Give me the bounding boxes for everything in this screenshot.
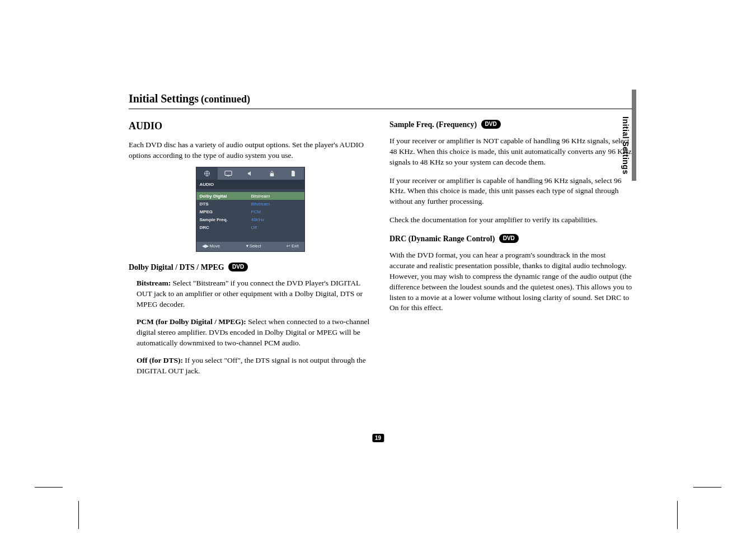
osd-value: 48KHz: [251, 217, 265, 223]
osd-row-mpeg: MPEG PCM: [196, 208, 304, 216]
osd-tab-lock: [261, 167, 283, 180]
audio-intro: Each DVD disc has a variety of audio out…: [129, 140, 372, 161]
osd-value: Bitstream: [251, 201, 270, 207]
osd-footer-exit: ↩ Exit: [287, 243, 299, 250]
page-icon: [290, 170, 296, 177]
osd-tabs: [196, 167, 304, 180]
osd-footer-move: ◀▶ Move: [202, 243, 220, 250]
audio-heading: AUDIO: [129, 119, 372, 133]
label-bitstream: Bitstream:: [137, 279, 171, 287]
dvd-badge: DVD: [228, 263, 248, 271]
subheading-dolby-dts-mpeg: Dolby Digital / DTS / MPEG DVD: [129, 262, 372, 273]
section-title-row: Initial Settings (continued): [129, 92, 632, 109]
text-bitstream: Select "Bitstream" if you connect the DV…: [137, 279, 363, 308]
subheading-text: Sample Freq. (Frequency): [389, 120, 477, 129]
para-pcm: PCM (for Dolby Digital / MPEG): Select w…: [137, 317, 372, 349]
osd-tab-language: [196, 167, 218, 180]
osd-tab-audio: [240, 167, 261, 180]
page-number: 19: [372, 434, 384, 442]
osd-label: MPEG: [200, 209, 251, 215]
dvd-badge: DVD: [481, 120, 501, 129]
osd-value: Off: [251, 224, 257, 231]
osd-tab-other: [283, 167, 304, 180]
osd-row-dolby: Dolby Digital Bitstream: [196, 192, 304, 200]
osd-row-dts: DTS Bitstream: [196, 200, 304, 208]
display-icon: [224, 171, 232, 176]
osd-label: DRC: [200, 224, 251, 231]
osd-label: Dolby Digital: [200, 193, 251, 199]
para-bitstream: Bitstream: Select "Bitstream" if you con…: [137, 278, 372, 310]
svg-rect-2: [228, 176, 229, 176]
osd-items: Dolby Digital Bitstream DTS Bitstream MP…: [196, 189, 304, 242]
lock-icon: [269, 170, 275, 177]
subheading-sample-freq: Sample Freq. (Frequency) DVD: [389, 119, 632, 130]
osd-row-sample: Sample Freq. 48KHz: [196, 216, 304, 224]
osd-footer-select: ▼Select: [245, 243, 261, 250]
right-column: Sample Freq. (Frequency) DVD If your rec…: [389, 119, 632, 383]
osd-row-drc: DRC Off: [196, 224, 304, 232]
osd-audio-panel: AUDIO Dolby Digital Bitstream DTS Bitstr…: [196, 167, 305, 252]
label-pcm: PCM (for Dolby Digital / MPEG):: [137, 317, 246, 326]
osd-value: PCM: [251, 209, 261, 215]
para-sf-48: If your receiver or amplifier is NOT cap…: [389, 136, 632, 168]
para-off-dts: Off (for DTS): If you select "Off", the …: [137, 355, 372, 377]
page-edge-bar: [632, 90, 636, 181]
osd-value: Bitstream: [251, 193, 270, 199]
para-drc: With the DVD format, you can hear a prog…: [389, 250, 632, 313]
osd-panel-title: AUDIO: [196, 180, 304, 189]
crop-mark: [677, 501, 678, 529]
osd-tab-display: [218, 167, 240, 180]
globe-icon: [204, 170, 210, 177]
section-title: Initial Settings: [129, 92, 199, 105]
page-content: Initial Settings (continued) AUDIO Each …: [129, 92, 632, 383]
svg-rect-1: [225, 171, 232, 176]
crop-mark: [35, 487, 63, 488]
subheading-text: DRC (Dynamic Range Control): [389, 235, 495, 243]
left-column: AUDIO Each DVD disc has a variety of aud…: [129, 119, 372, 383]
dvd-badge: DVD: [499, 234, 519, 243]
osd-label: Sample Freq.: [200, 217, 251, 223]
para-sf-96: If your receiver or amplifier is capable…: [389, 176, 632, 208]
svg-rect-3: [270, 173, 274, 176]
crop-mark: [693, 487, 721, 488]
para-sf-check: Check the documentation for your amplifi…: [389, 215, 632, 226]
label-off-dts: Off (for DTS):: [137, 356, 183, 364]
speaker-icon: [247, 170, 253, 177]
subheading-text: Dolby Digital / DTS / MPEG: [129, 263, 224, 271]
section-continued: (continued): [201, 93, 250, 105]
subheading-drc: DRC (Dynamic Range Control) DVD: [389, 233, 632, 245]
osd-footer: ◀▶ Move ▼Select ↩ Exit: [196, 242, 304, 251]
osd-label: DTS: [200, 201, 251, 207]
crop-mark: [78, 501, 79, 529]
